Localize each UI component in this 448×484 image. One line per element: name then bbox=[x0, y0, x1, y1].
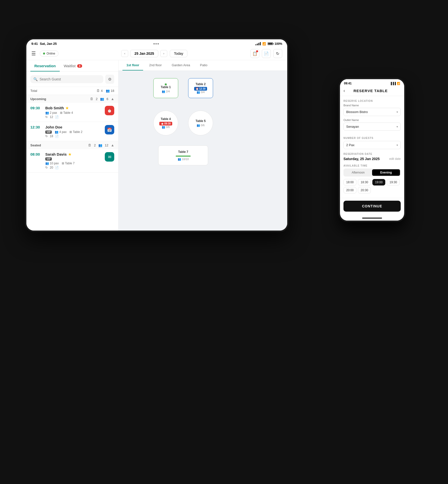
time-slots: 18:00 18:30 19:00 19:30 20:00 20:30 bbox=[343, 179, 401, 193]
back-button[interactable]: ‹ bbox=[343, 88, 345, 93]
table-badge-4: ⏰09:30 bbox=[159, 122, 172, 125]
num-guests-arrow: ▾ bbox=[396, 143, 398, 147]
waitlist-badge: 3 bbox=[77, 64, 82, 68]
floor-tab-2nd[interactable]: 2nd floor bbox=[145, 60, 166, 70]
online-dot bbox=[43, 53, 45, 55]
pax-icon-3: 👥 bbox=[45, 162, 49, 165]
table-icon-1: ⊞ bbox=[60, 111, 62, 115]
brand-name-label: Brand Name bbox=[343, 104, 401, 107]
time-slot-1900[interactable]: 19:00 bbox=[372, 179, 385, 185]
brand-name-select[interactable]: Blossom Bistro ▾ bbox=[343, 108, 401, 116]
outlet-name-field: Outlet Name Senayan ▾ bbox=[343, 119, 401, 131]
table-detail-2: ⊞ Table 2 bbox=[69, 130, 82, 134]
table-dot-1 bbox=[165, 83, 167, 85]
table-item-5[interactable]: Table 5 👥 0/6 bbox=[188, 111, 213, 135]
pax-icon-1: 👥 bbox=[45, 111, 49, 115]
upcoming-table-icon: 🗓 bbox=[90, 97, 93, 101]
action-btn-1[interactable]: ⏰ bbox=[105, 106, 114, 115]
stats-label: Total bbox=[30, 89, 37, 93]
menu-button[interactable]: ☰ bbox=[31, 51, 36, 57]
note-icon-1: 📄 bbox=[55, 115, 59, 119]
phone-signal: ▐▐▐ bbox=[390, 82, 396, 85]
evening-btn[interactable]: Evening bbox=[372, 169, 400, 176]
tablet-screen: 9:41 Sat, Jan 25 • • • 📶 100% bbox=[26, 39, 287, 231]
phone-footer: CONTINUE bbox=[340, 198, 404, 216]
star-icon-1: ★ bbox=[65, 106, 69, 110]
rotate-icon-1: ↻ bbox=[45, 115, 48, 119]
table-item-2[interactable]: Table 2 ⏰12:30 👥 0/4 bbox=[188, 78, 213, 98]
res-time-2: 12:30 bbox=[30, 125, 43, 129]
reserve-location-section: RESERVE LOCATION Brand Name Blossom Bist… bbox=[343, 100, 401, 133]
phone-screen: 09:41 ▐▐▐ 📶 ‹ RESERVE TABLE RESERVE LOCA… bbox=[340, 79, 404, 221]
table-item-1[interactable]: Table 1 👥 2/4 bbox=[153, 78, 178, 98]
upcoming-section-header: Upcoming 🗓 2 👥 6 ▲ bbox=[26, 95, 118, 103]
settings-button[interactable]: 📄 bbox=[262, 49, 271, 58]
upcoming-label: Upcoming bbox=[30, 97, 46, 101]
table-count: 4 bbox=[101, 89, 103, 93]
floor-tab-patio[interactable]: Patio bbox=[196, 60, 212, 70]
tabs-bar: Reservation Waitlist 3 bbox=[26, 60, 118, 72]
pax-icon: 👥 bbox=[106, 89, 110, 93]
continue-button[interactable]: CONTINUE bbox=[343, 201, 401, 212]
available-time-label: AVAILABLE TIME bbox=[343, 164, 401, 167]
upcoming-chevron[interactable]: ▲ bbox=[111, 97, 114, 101]
rotate-icon-3: ↻ bbox=[45, 166, 48, 169]
reservation-date-row: Saturday, 25 Jan 2025 edit date bbox=[343, 157, 401, 161]
floor-panel: 1st floor 2nd floor Garden Area Patio Ta… bbox=[118, 60, 287, 231]
time-slot-2000[interactable]: 20:00 bbox=[343, 187, 356, 193]
time-slot-1830[interactable]: 18:30 bbox=[358, 179, 371, 185]
action-btn-2[interactable]: 📅 bbox=[105, 125, 114, 134]
res-info-1: Bob Smith ★ 👥 2 pax ⊞ bbox=[45, 106, 102, 119]
home-bar bbox=[362, 218, 382, 219]
seated-pax-count: 12 bbox=[105, 143, 108, 147]
action-icon-2: 📅 bbox=[107, 127, 112, 132]
tablet-header: ☰ Online ‹ 25 Jan 2025 › Today bbox=[26, 47, 287, 60]
res-time-1: 09:30 bbox=[30, 106, 43, 110]
note-icon-2: 📄 bbox=[55, 134, 59, 138]
brand-name-value: Blossom Bistro bbox=[346, 110, 368, 114]
home-indicator bbox=[340, 216, 404, 221]
table-item-4[interactable]: Table 4 ⏰09:30 👥 0/6 bbox=[153, 111, 178, 135]
tab-reservation[interactable]: Reservation bbox=[30, 60, 60, 71]
action-icon-3: ✉ bbox=[108, 155, 111, 159]
search-bar: 🔍 ⚙ bbox=[26, 72, 118, 87]
phone-device: 09:41 ▐▐▐ 📶 ‹ RESERVE TABLE RESERVE LOCA… bbox=[338, 78, 406, 222]
time-slot-2030[interactable]: 20:30 bbox=[358, 187, 371, 193]
outlet-name-arrow: ▾ bbox=[396, 125, 398, 128]
extra-count-1: 12 bbox=[50, 115, 53, 119]
today-button[interactable]: Today bbox=[170, 50, 187, 57]
filter-button[interactable]: ⚙ bbox=[105, 75, 114, 84]
tab-waitlist[interactable]: Waitlist 3 bbox=[60, 60, 86, 71]
outlet-name-select[interactable]: Senayan ▾ bbox=[343, 122, 401, 131]
outlet-name-value: Senayan bbox=[346, 125, 359, 128]
search-input[interactable] bbox=[40, 77, 100, 81]
vip-badge-2: VIP bbox=[45, 130, 52, 134]
search-icon: 🔍 bbox=[33, 77, 38, 81]
refresh-button[interactable]: ↻ bbox=[273, 49, 282, 58]
tablet-body: Reservation Waitlist 3 🔍 ⚙ bbox=[26, 60, 287, 231]
time-slot-1930[interactable]: 19:30 bbox=[387, 179, 400, 185]
num-guests-select[interactable]: 2 Pax ▾ bbox=[343, 141, 401, 149]
action-btn-3[interactable]: ✉ bbox=[105, 152, 114, 162]
vip-badge-3: VIP bbox=[45, 157, 52, 161]
table-icon: 🗓 bbox=[97, 89, 100, 93]
floor-tab-1st[interactable]: 1st floor bbox=[122, 60, 143, 70]
tablet-device: 9:41 Sat, Jan 25 • • • 📶 100% bbox=[25, 38, 289, 232]
phone-body: RESERVE LOCATION Brand Name Blossom Bist… bbox=[340, 96, 404, 198]
seated-table-icon: 🗓 bbox=[88, 143, 91, 147]
table-row: 12:30 John Doe VIP 👥 4 pax bbox=[26, 122, 118, 141]
next-date-button[interactable]: › bbox=[160, 50, 167, 57]
online-status: Online bbox=[40, 51, 58, 57]
search-input-wrap[interactable]: 🔍 bbox=[30, 75, 103, 83]
reservation-list: Upcoming 🗓 2 👥 6 ▲ 09:30 bbox=[26, 95, 118, 231]
time-slot-1800[interactable]: 18:00 bbox=[343, 179, 356, 185]
report-button[interactable]: 📋 bbox=[250, 49, 259, 58]
edit-date-link[interactable]: edit date bbox=[389, 157, 401, 161]
afternoon-btn[interactable]: Afternoon bbox=[344, 169, 372, 176]
res-name-1: Bob Smith ★ bbox=[45, 106, 102, 110]
seated-chevron[interactable]: ▲ bbox=[111, 143, 114, 147]
floor-tab-garden[interactable]: Garden Area bbox=[168, 60, 194, 70]
prev-date-button[interactable]: ‹ bbox=[121, 50, 128, 57]
table-item-7[interactable]: Table 7 👥 10/10 bbox=[158, 145, 208, 165]
reservation-date-label: RESERVATION DATE bbox=[343, 153, 401, 155]
